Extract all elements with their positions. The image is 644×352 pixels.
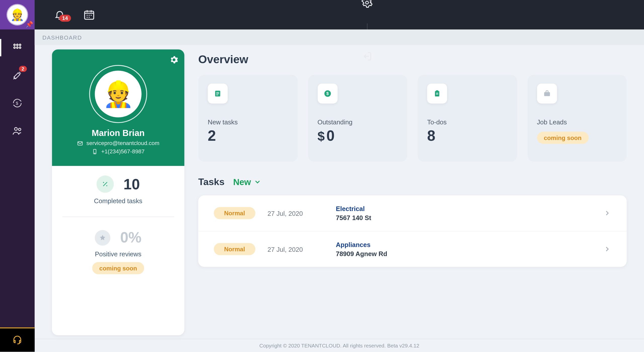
svg-rect-17 — [216, 95, 218, 95]
svg-point-8 — [18, 128, 21, 130]
chevron-right-icon — [603, 245, 611, 253]
tasks-filter-value: New — [233, 177, 251, 187]
svg-point-3 — [14, 47, 15, 48]
profile-email-text: servicepro@tenantcloud.com — [87, 140, 159, 147]
settings-button[interactable] — [358, 0, 376, 11]
svg-point-2 — [19, 44, 21, 46]
card-value: 2 — [208, 127, 288, 144]
clipboard-icon — [427, 84, 447, 103]
svg-rect-24 — [544, 92, 550, 96]
notifications-button[interactable]: 14 — [51, 6, 68, 23]
sidebar: 👷 📌 2 $ — [0, 0, 35, 352]
chevron-down-icon — [254, 178, 261, 186]
coming-soon-badge: coming soon — [537, 132, 588, 144]
svg-point-7 — [15, 128, 17, 130]
overview-card-job-leads: Job Leads coming soon — [527, 75, 627, 162]
card-value: 8 — [427, 127, 507, 144]
notifications-badge: 14 — [59, 15, 71, 22]
breadcrumb: DASHBOARD — [35, 29, 644, 45]
avatar-icon: 👷 — [7, 5, 27, 25]
star-icon — [95, 230, 110, 245]
top-header: 14 — [35, 0, 644, 29]
mail-icon — [77, 140, 83, 146]
card-label: Job Leads — [537, 118, 617, 126]
divider — [62, 217, 174, 217]
profile-card: 👷 Marion Brian servicepro@tenantcloud.co… — [52, 49, 184, 335]
tasks-filter-dropdown[interactable]: New — [233, 177, 261, 187]
phone-icon — [92, 148, 98, 154]
svg-point-10 — [366, 1, 368, 4]
svg-rect-20 — [435, 91, 439, 97]
task-address: 78909 Agnew Rd — [336, 250, 591, 257]
profile-phone: +1(234)567-8987 — [60, 148, 177, 155]
overview-card-new-tasks[interactable]: New tasks 2 — [198, 75, 298, 162]
card-label: New tasks — [208, 118, 288, 126]
dollar-icon: $ — [317, 84, 337, 103]
nav-maintenance-badge: 2 — [19, 66, 27, 72]
gear-icon — [170, 55, 178, 64]
headset-icon — [12, 335, 22, 345]
completed-label: Completed tasks — [60, 197, 177, 204]
profile-avatar: 👷 — [89, 65, 147, 123]
svg-text:$: $ — [326, 91, 329, 96]
reviews-label: Positive reviews — [60, 250, 177, 258]
task-category: Electrical — [336, 205, 591, 212]
profile-phone-text: +1(234)567-8987 — [101, 148, 144, 155]
nav-support[interactable] — [0, 328, 35, 352]
briefcase-icon — [537, 84, 557, 103]
pin-icon: 📌 — [26, 21, 33, 28]
people-icon — [12, 125, 23, 136]
svg-rect-16 — [216, 93, 219, 94]
calendar-button[interactable] — [80, 6, 98, 23]
completed-count: 10 — [124, 176, 140, 193]
tasks-title: Tasks — [198, 176, 225, 188]
profile-email: servicepro@tenantcloud.com — [60, 140, 177, 147]
gear-icon — [361, 0, 373, 8]
task-date: 27 Jul, 2020 — [267, 245, 324, 253]
avatar-icon: 👷 — [95, 71, 142, 117]
svg-point-0 — [14, 44, 15, 46]
svg-point-4 — [17, 47, 18, 48]
priority-badge: Normal — [214, 207, 255, 219]
svg-rect-15 — [216, 92, 219, 93]
priority-badge: Normal — [214, 243, 255, 255]
svg-rect-22 — [436, 93, 438, 93]
grid-icon — [13, 43, 22, 52]
card-label: Outstanding — [317, 118, 398, 126]
reviews-percent: 0% — [120, 229, 142, 246]
task-category: Appliances — [336, 241, 591, 248]
overview-card-to-dos[interactable]: To-dos 8 — [418, 75, 517, 162]
chevron-right-icon — [603, 209, 611, 217]
overview-title: Overview — [198, 53, 627, 66]
svg-point-5 — [19, 47, 21, 48]
calendar-icon — [83, 9, 95, 21]
nav-finance[interactable]: $ — [0, 94, 35, 112]
svg-point-1 — [17, 44, 18, 46]
card-value: $0 — [317, 127, 398, 144]
svg-rect-21 — [436, 90, 438, 92]
main-area: DASHBOARD 👷 Marion Brian servicepro@tena… — [35, 29, 644, 352]
footer-text: Copyright © 2020 TENANTCLOUD. All rights… — [35, 339, 644, 352]
profile-settings-button[interactable] — [170, 55, 178, 64]
nav-people[interactable] — [0, 122, 35, 139]
reviews-coming-soon: coming soon — [92, 262, 144, 274]
card-label: To-dos — [427, 118, 507, 126]
tasks-list: Normal 27 Jul, 2020 Electrical 7567 140 … — [198, 195, 627, 267]
refresh-dollar-icon: $ — [12, 98, 22, 108]
profile-name: Marion Brian — [60, 128, 177, 138]
tools-icon — [96, 175, 114, 193]
task-row[interactable]: Normal 27 Jul, 2020 Appliances 78909 Agn… — [198, 231, 627, 267]
nav-maintenance[interactable]: 2 — [0, 67, 35, 84]
task-row[interactable]: Normal 27 Jul, 2020 Electrical 7567 140 … — [198, 195, 627, 231]
note-icon — [208, 84, 228, 103]
svg-text:$: $ — [16, 101, 18, 106]
sidebar-avatar[interactable]: 👷 📌 — [0, 0, 35, 29]
nav-dashboard[interactable] — [0, 39, 35, 56]
task-date: 27 Jul, 2020 — [267, 209, 324, 217]
overview-card-outstanding[interactable]: $ Outstanding $0 — [308, 75, 407, 162]
svg-rect-23 — [436, 94, 438, 94]
svg-point-13 — [95, 153, 95, 153]
task-address: 7567 140 St — [336, 214, 591, 221]
